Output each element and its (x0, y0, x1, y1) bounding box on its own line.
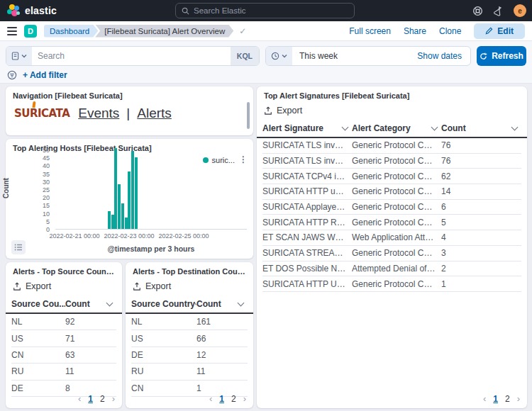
table-row: SURICATA TLS invalid han...Generic Proto… (262, 138, 521, 154)
table-cell: 76 (441, 156, 521, 166)
page-button-2[interactable]: 2 (231, 394, 236, 404)
column-header[interactable]: Count (441, 120, 521, 137)
kql-label[interactable]: KQL (231, 47, 259, 65)
table-cell: 3 (441, 248, 521, 258)
panel-top-alerting-hosts: Top Alerting Hosts [Filebeat Suricata] C… (6, 139, 253, 259)
table-header: Source Cou... Count (6, 295, 122, 314)
legend-toggle-button[interactable] (11, 240, 26, 254)
export-icon (264, 106, 272, 116)
column-header[interactable]: Alert Category (352, 120, 441, 137)
y-tick-label: 5 (21, 218, 50, 225)
page-button-2[interactable]: 2 (100, 394, 105, 404)
full-screen-button[interactable]: Full screen (349, 26, 391, 36)
table-cell: DE (131, 350, 196, 360)
dashboard-app-badge[interactable]: D (24, 25, 37, 38)
time-menu-button[interactable] (266, 47, 292, 65)
refresh-button[interactable]: Refresh (477, 46, 526, 66)
alerts-link[interactable]: Alerts (137, 106, 172, 121)
sort-chevron-icon[interactable] (342, 124, 349, 131)
edit-button[interactable]: Edit (474, 23, 525, 39)
next-page-icon[interactable]: › (112, 393, 115, 404)
chart-bar (114, 148, 117, 229)
filter-icon[interactable] (7, 70, 17, 80)
sort-chevron-icon[interactable] (106, 300, 113, 307)
chart-bar (111, 215, 114, 229)
refresh-icon (480, 52, 487, 60)
saved-query-menu-button[interactable] (6, 47, 32, 65)
table-row: SURICATA TCPv4 invalid ...Generic Protoc… (262, 169, 521, 184)
chart-bar (125, 218, 128, 229)
y-tick-label: 25 (21, 186, 50, 193)
prev-page-icon[interactable]: ‹ (483, 393, 486, 404)
table-cell: 1 (196, 383, 248, 393)
pagination: ‹ 1 2 › (78, 393, 115, 404)
user-avatar[interactable]: e (514, 4, 526, 17)
column-header[interactable]: Count (196, 295, 248, 313)
prev-page-icon[interactable]: ‹ (78, 393, 81, 404)
table-header: Alert Signature Alert Category Count (257, 120, 527, 138)
help-icon[interactable] (472, 6, 483, 16)
global-header: elastic Search Elastic e (0, 0, 532, 21)
breadcrumb-bar: D Dashboard [Filebeat Suricata] Alert Ov… (0, 21, 532, 41)
page-button-1[interactable]: 1 (493, 394, 498, 404)
query-search-input[interactable] (32, 47, 231, 65)
table-cell: Generic Protocol Comman... (352, 186, 441, 196)
next-page-icon[interactable]: › (243, 393, 246, 404)
table-cell: SURICATA TCPv4 invalid ... (262, 171, 352, 181)
link-separator: | (126, 106, 130, 121)
query-section: KQL This week Show dates Refresh + Add f… (0, 41, 532, 84)
elastic-brand[interactable]: elastic (7, 4, 57, 17)
legend-options-icon[interactable]: ⋮ (239, 154, 248, 164)
y-tick-label: 15 (21, 202, 50, 209)
table-cell: Attempted Denial of Servi... (352, 264, 441, 274)
sort-chevron-icon[interactable] (511, 124, 519, 131)
news-lab-icon[interactable] (493, 6, 504, 16)
add-filter-button[interactable]: + Add filter (23, 70, 67, 80)
table-row: US66 (131, 330, 248, 347)
column-header[interactable]: Source Cou... (11, 295, 65, 313)
breadcrumb-dashboard[interactable]: Dashboard (44, 25, 98, 38)
sort-chevron-icon[interactable] (431, 124, 438, 131)
panel-title: Alerts - Top Destination Countries [File… (126, 262, 253, 276)
table-cell: Generic Protocol Comman... (352, 279, 441, 289)
panel-top-alert-signatures: Top Alert Signatures [Filebeat Suricata]… (257, 86, 527, 408)
table-row: SURICATA HTTP Request ...Generic Protoco… (262, 215, 521, 230)
legend-swatch (203, 157, 209, 163)
bar-chart: Count 05101520253035404550 2022-02-21 00… (6, 150, 253, 259)
export-button[interactable]: Export (126, 276, 253, 295)
table-cell: NL (131, 317, 196, 327)
table-header: Source Country Count (126, 295, 253, 314)
export-button[interactable]: Export (257, 100, 527, 120)
chevron-down-icon (21, 54, 27, 58)
table-cell: Generic Protocol Comman... (352, 171, 441, 181)
elastic-logo-icon (7, 4, 20, 17)
prev-page-icon[interactable]: ‹ (209, 393, 212, 404)
chart-bar (108, 211, 111, 229)
column-header[interactable]: Alert Signature (262, 120, 352, 137)
panel-scrollbar[interactable] (247, 102, 250, 129)
x-tick-label: 2022-02-21 00:00 (49, 232, 99, 240)
column-header[interactable]: Count (65, 295, 116, 313)
show-dates-button[interactable]: Show dates (417, 51, 470, 61)
sort-chevron-icon[interactable] (238, 300, 245, 307)
global-search-input[interactable]: Search Elastic (175, 3, 355, 18)
legend-item[interactable]: suric... (203, 156, 235, 164)
table-cell: 62 (441, 171, 521, 181)
time-range-value[interactable]: This week (292, 51, 417, 61)
export-button[interactable]: Export (6, 276, 122, 295)
column-header[interactable]: Source Country (131, 295, 196, 313)
page-button-2[interactable]: 2 (505, 394, 510, 404)
page-button-1[interactable]: 1 (88, 394, 93, 404)
share-button[interactable]: Share (404, 26, 426, 36)
table-cell: SURICATA HTTP Request ... (262, 218, 352, 227)
events-link[interactable]: Events (78, 106, 119, 121)
next-page-icon[interactable]: › (517, 393, 520, 404)
brand-name: elastic (25, 5, 57, 16)
page-button-1[interactable]: 1 (219, 394, 224, 404)
clone-button[interactable]: Clone (439, 26, 461, 36)
legend-label: suric... (212, 156, 235, 164)
pencil-icon (485, 27, 493, 35)
menu-icon[interactable] (7, 27, 17, 35)
search-icon (182, 7, 189, 15)
y-tick-label: 35 (21, 171, 50, 178)
